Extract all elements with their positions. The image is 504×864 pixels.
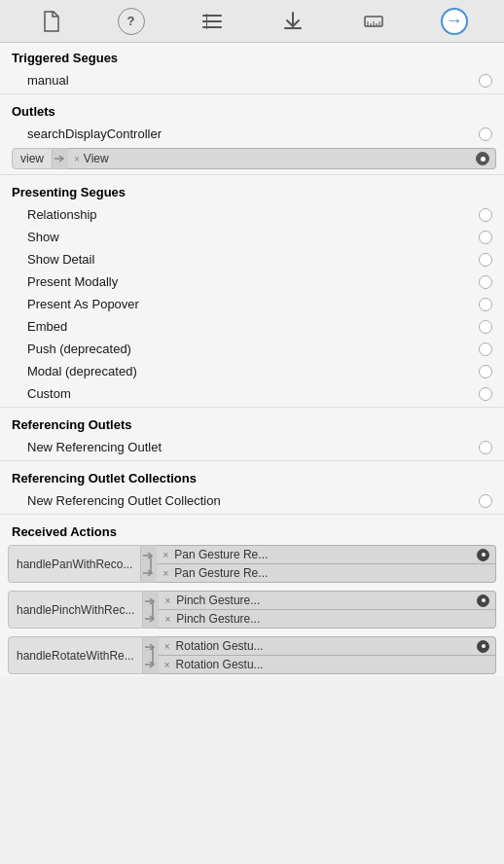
divider	[0, 514, 504, 515]
x-icon[interactable]: ×	[162, 550, 168, 560]
list-item: Relationship	[0, 203, 504, 226]
list-item: manual	[0, 69, 504, 91]
action-row-rotate: handleRotateWithRe... × Rotation Gestu..…	[0, 634, 504, 676]
x-icon[interactable]: ×	[164, 595, 170, 606]
toolbar: ? →	[0, 0, 504, 43]
svg-rect-2	[202, 26, 222, 28]
list-item: searchDisplayController	[0, 123, 504, 145]
ruler-icon[interactable]	[360, 8, 387, 35]
show-label: Show	[27, 230, 59, 244]
new-referencing-outlet-label: New Referencing Outlet	[27, 440, 162, 454]
divider	[0, 174, 504, 175]
action-filled-radio[interactable]	[477, 594, 489, 607]
new-referencing-outlet-collection-label: New Referencing Outlet Collection	[27, 493, 221, 508]
list-item: Show	[0, 226, 504, 248]
modal-deprecated-radio[interactable]	[479, 365, 492, 378]
list-item: Push (deprecated)	[0, 338, 504, 360]
search-display-label: searchDisplayController	[27, 126, 162, 141]
list-item: New Referencing Outlet	[0, 436, 504, 458]
new-referencing-outlet-radio[interactable]	[479, 441, 492, 454]
triggered-segues-header: Triggered Segues	[0, 43, 504, 69]
new-referencing-outlet-collection-radio[interactable]	[479, 494, 492, 508]
outlet-connection-view: view × View	[0, 145, 504, 172]
show-detail-label: Show Detail	[27, 252, 94, 267]
file-icon[interactable]	[37, 8, 64, 35]
download-icon[interactable]	[279, 8, 306, 35]
present-modally-radio[interactable]	[479, 275, 492, 289]
push-deprecated-radio[interactable]	[479, 342, 492, 356]
action-connector	[143, 636, 159, 674]
action-connector	[143, 591, 159, 629]
outlet-source: view	[12, 148, 53, 169]
target-label: Rotation Gestu...	[176, 639, 473, 653]
outlet-dest: × View	[68, 148, 496, 169]
received-actions-header: Received Actions	[0, 517, 504, 543]
outlet-arrow	[53, 148, 68, 169]
outlets-header: Outlets	[0, 96, 504, 123]
custom-label: Custom	[27, 386, 71, 401]
divider	[0, 93, 504, 94]
svg-rect-1	[202, 20, 222, 22]
arrow-right-icon[interactable]: →	[441, 8, 468, 35]
x-icon[interactable]: ×	[162, 568, 168, 579]
outlet-dest-label: View	[84, 152, 472, 165]
referencing-outlets-header: Referencing Outlets	[0, 410, 504, 436]
action-connector	[141, 545, 157, 583]
action-source-pinch: handlePinchWithRec...	[8, 591, 143, 629]
search-display-radio[interactable]	[479, 127, 492, 141]
action-filled-radio[interactable]	[477, 640, 489, 653]
embed-radio[interactable]	[479, 320, 492, 334]
manual-label: manual	[27, 73, 69, 88]
list-item: Present Modally	[0, 270, 504, 293]
action-target-item: × Pan Gesture Re...	[157, 545, 496, 564]
divider	[0, 460, 504, 461]
outlet-x-icon[interactable]: ×	[74, 154, 80, 164]
action-target-item: × Pan Gesture Re...	[157, 564, 496, 583]
x-icon[interactable]: ×	[164, 614, 170, 625]
x-icon[interactable]: ×	[164, 660, 170, 670]
target-label: Pinch Gesture...	[176, 612, 473, 626]
list-item: Custom	[0, 382, 504, 405]
svg-rect-3	[206, 14, 207, 29]
x-icon[interactable]: ×	[164, 641, 170, 652]
target-label: Pan Gesture Re...	[174, 548, 473, 561]
action-targets-pan: × Pan Gesture Re... × Pan Gesture Re...	[157, 545, 496, 583]
svg-rect-0	[202, 15, 222, 17]
action-source-rotate: handleRotateWithRe...	[8, 636, 143, 674]
modal-deprecated-label: Modal (deprecated)	[27, 364, 137, 378]
action-source-pan: handlePanWithReco...	[8, 545, 141, 583]
list-item: Embed	[0, 315, 504, 338]
action-targets-rotate: × Rotation Gestu... × Rotation Gestu...	[159, 636, 496, 674]
action-targets-pinch: × Pinch Gesture... × Pinch Gesture...	[159, 591, 496, 629]
list-item: Modal (deprecated)	[0, 360, 504, 382]
custom-radio[interactable]	[479, 387, 492, 401]
list-item: New Referencing Outlet Collection	[0, 489, 504, 512]
content-area: Triggered Segues manual Outlets searchDi…	[0, 43, 504, 676]
show-radio[interactable]	[479, 231, 492, 244]
present-as-popover-radio[interactable]	[479, 298, 492, 311]
present-modally-label: Present Modally	[27, 274, 118, 289]
present-as-popover-label: Present As Popover	[27, 297, 139, 311]
target-label: Pinch Gesture...	[176, 594, 473, 607]
divider	[0, 407, 504, 408]
relationship-radio[interactable]	[479, 208, 492, 222]
action-target-item: × Pinch Gesture...	[159, 610, 496, 629]
action-target-item: × Rotation Gestu...	[159, 656, 496, 674]
relationship-label: Relationship	[27, 207, 97, 222]
presenting-segues-header: Presenting Segues	[0, 177, 504, 203]
action-row-pinch: handlePinchWithRec... × Pinch Gesture...…	[0, 589, 504, 630]
show-detail-radio[interactable]	[479, 253, 492, 267]
help-icon[interactable]: ?	[118, 8, 145, 35]
list-item: Present As Popover	[0, 293, 504, 315]
push-deprecated-label: Push (deprecated)	[27, 342, 131, 356]
target-label: Rotation Gestu...	[176, 658, 473, 671]
outlet-filled-radio[interactable]	[476, 152, 489, 165]
embed-label: Embed	[27, 319, 67, 334]
referencing-outlet-collections-header: Referencing Outlet Collections	[0, 463, 504, 489]
action-filled-radio[interactable]	[477, 549, 489, 561]
list-icon[interactable]	[198, 8, 226, 35]
action-row-pan: handlePanWithReco... × Pan Gesture Re...…	[0, 543, 504, 585]
action-target-item: × Pinch Gesture...	[159, 591, 496, 610]
list-item: Show Detail	[0, 248, 504, 270]
manual-radio[interactable]	[479, 74, 492, 88]
